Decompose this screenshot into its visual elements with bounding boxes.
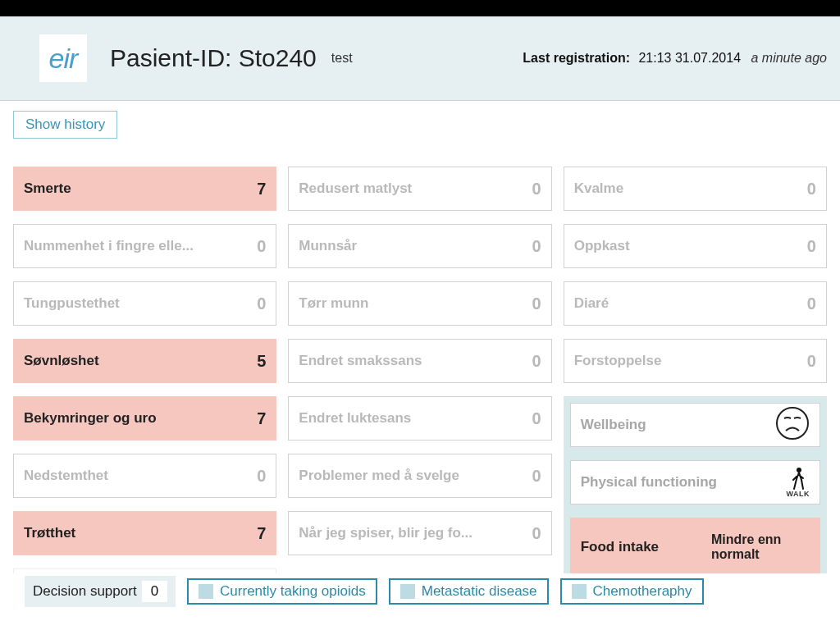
tag-label: Currently taking opioids <box>220 583 366 600</box>
wellbeing-label: Wellbeing <box>581 417 646 433</box>
symptom-cell[interactable]: Endret luktesans 0 <box>288 396 551 441</box>
symptom-label: Nummenhet i fingre elle... <box>24 238 194 254</box>
symptom-value: 0 <box>532 524 541 543</box>
symptom-label: Oppkast <box>574 238 630 254</box>
symptom-value: 0 <box>532 180 541 199</box>
symptom-label: Når jeg spiser, blir jeg fo... <box>299 525 472 541</box>
symptom-value: 0 <box>532 237 541 256</box>
symptom-label: Smerte <box>24 180 71 197</box>
symptom-cell[interactable]: Endret smakssans 0 <box>288 339 551 383</box>
decision-support-label: Decision support <box>33 583 137 600</box>
symptom-value: 0 <box>532 352 541 371</box>
symptom-label: Redusert matlyst <box>299 180 412 197</box>
symptom-value: 7 <box>257 180 266 199</box>
symptom-value: 0 <box>807 294 816 313</box>
patient-id: Pasient-ID: Sto240 <box>110 44 317 72</box>
tag-swatch-icon <box>199 584 213 599</box>
symptom-value: 0 <box>257 467 266 486</box>
symptom-value: 0 <box>807 180 816 199</box>
tag-label: Metastatic disease <box>422 583 537 600</box>
sad-face-icon <box>775 406 810 445</box>
symptom-cell[interactable]: Tørr munn 0 <box>288 281 551 326</box>
symptom-cell[interactable]: Bekymringer og uro 7 <box>13 396 276 441</box>
symptom-label: Nedstemthet <box>24 468 108 484</box>
symptom-column-3: Kvalme 0 Oppkast 0 Diaré 0 Forstoppelse … <box>564 167 827 583</box>
symptom-label: Trøtthet <box>24 525 75 541</box>
symptom-value: 5 <box>257 352 266 371</box>
wellbeing-cell[interactable]: Wellbeing <box>570 403 820 447</box>
tag-swatch-icon <box>572 584 587 599</box>
status-bar <box>0 0 840 16</box>
walk-caption: WALK <box>786 490 810 498</box>
symptom-value: 0 <box>807 352 816 371</box>
physical-functioning-cell[interactable]: Physical functioning WALK <box>570 460 820 504</box>
tag-opioids[interactable]: Currently taking opioids <box>187 578 377 605</box>
last-registration: Last registration: 21:13 31.07.2014 a mi… <box>523 51 827 66</box>
last-reg-time: 21:13 31.07.2014 <box>638 51 741 65</box>
symptom-value: 0 <box>532 409 541 428</box>
assessment-group: Wellbeing Physical functioning <box>564 396 827 583</box>
header: eir Pasient-ID: Sto240 test Last registr… <box>0 16 840 101</box>
symptom-cell[interactable]: Smerte 7 <box>13 167 276 211</box>
symptom-value: 0 <box>257 237 266 256</box>
symptom-label: Kvalme <box>574 180 623 197</box>
symptom-cell[interactable]: Problemer med å svelge 0 <box>288 454 551 498</box>
symptom-cell[interactable]: Søvnløshet 5 <box>13 339 276 383</box>
decision-support-count: 0 <box>142 581 167 602</box>
svg-point-0 <box>777 408 808 439</box>
symptom-value: 0 <box>257 294 266 313</box>
tag-chemo[interactable]: Chemotheraphy <box>560 578 704 605</box>
symptom-grid: Smerte 7 Nummenhet i fingre elle... 0 Tu… <box>13 167 827 583</box>
food-intake-value: Mindre enn normalt <box>711 532 810 563</box>
symptom-value: 0 <box>807 237 816 256</box>
tag-swatch-icon <box>400 584 415 599</box>
symptom-label: Bekymringer og uro <box>24 410 157 427</box>
symptom-label: Endret luktesans <box>299 410 411 427</box>
symptom-column-2: Redusert matlyst 0 Munnsår 0 Tørr munn 0… <box>288 167 551 583</box>
symptom-label: Endret smakssans <box>299 353 422 369</box>
symptom-label: Tungpustethet <box>24 295 120 312</box>
decision-support[interactable]: Decision support 0 <box>25 576 176 607</box>
physical-functioning-label: Physical functioning <box>581 474 717 491</box>
patient-test-label: test <box>331 51 353 66</box>
symptom-cell[interactable]: Redusert matlyst 0 <box>288 167 551 211</box>
symptom-cell[interactable]: Når jeg spiser, blir jeg fo... 0 <box>288 511 551 555</box>
symptom-cell[interactable]: Tungpustethet 0 <box>13 281 276 326</box>
symptom-label: Problemer med å svelge <box>299 468 459 484</box>
last-reg-label: Last registration: <box>523 51 630 65</box>
symptom-cell[interactable]: Trøtthet 7 <box>13 511 276 555</box>
symptom-value: 7 <box>257 409 266 428</box>
food-intake-label: Food intake <box>581 539 659 555</box>
symptom-value: 0 <box>532 294 541 313</box>
page-body: Show history Smerte 7 Nummenhet i fingre… <box>0 101 840 609</box>
symptom-value: 7 <box>257 524 266 543</box>
symptom-cell[interactable]: Forstoppelse 0 <box>564 339 827 383</box>
symptom-label: Forstoppelse <box>574 353 662 369</box>
symptom-label: Tørr munn <box>299 295 368 312</box>
symptom-label: Søvnløshet <box>24 353 99 369</box>
bottom-bar: Decision support 0 Currently taking opio… <box>0 573 840 609</box>
show-history-button[interactable]: Show history <box>13 111 117 139</box>
tag-label: Chemotheraphy <box>593 583 692 600</box>
symptom-label: Diaré <box>574 295 609 312</box>
symptom-label: Munnsår <box>299 238 357 254</box>
symptom-cell[interactable]: Nummenhet i fingre elle... 0 <box>13 224 276 268</box>
symptom-value: 0 <box>532 467 541 486</box>
tag-metastatic[interactable]: Metastatic disease <box>389 578 549 605</box>
symptom-cell[interactable]: Munnsår 0 <box>288 224 551 268</box>
logo: eir <box>39 34 87 82</box>
walk-icon: WALK <box>786 467 810 498</box>
symptom-column-1: Smerte 7 Nummenhet i fingre elle... 0 Tu… <box>13 167 276 583</box>
symptom-cell[interactable]: Nedstemthet 0 <box>13 454 276 498</box>
last-reg-ago: a minute ago <box>751 51 827 65</box>
symptom-cell[interactable]: Oppkast 0 <box>564 224 827 268</box>
symptom-cell[interactable]: Diaré 0 <box>564 281 827 326</box>
symptom-cell[interactable]: Kvalme 0 <box>564 167 827 211</box>
food-intake-cell[interactable]: Food intake Mindre enn normalt <box>570 518 820 577</box>
